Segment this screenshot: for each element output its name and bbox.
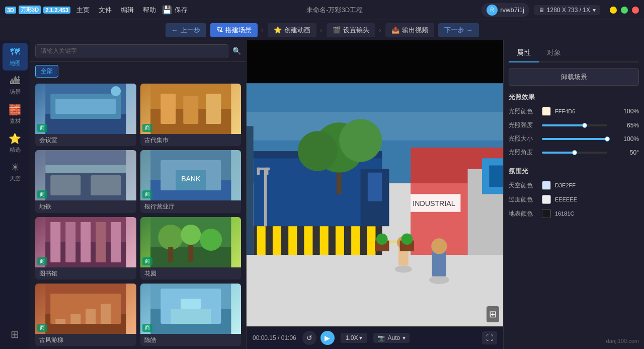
svg-rect-9 <box>206 94 221 124</box>
scene-card-subway[interactable]: 商 地铁 <box>35 150 136 213</box>
close-button[interactable]: × <box>632 7 639 14</box>
time-current: 00:00.15 / 01:06 <box>253 334 296 341</box>
svg-text:BANK: BANK <box>181 175 201 183</box>
scene-badge-5: 商 <box>37 257 47 265</box>
play-button[interactable]: ▶ <box>320 331 335 345</box>
svg-rect-23 <box>65 222 75 262</box>
svg-rect-12 <box>50 175 80 195</box>
svg-point-29 <box>158 225 183 250</box>
svg-rect-37 <box>55 319 65 324</box>
svg-point-31 <box>200 229 222 251</box>
step-set-camera[interactable]: 🎬 设置镜头 <box>327 23 375 37</box>
canvas-viewport[interactable]: INDUSTRIAL ⊞ <box>247 40 503 326</box>
sep2: › <box>320 27 323 34</box>
unload-scene-button[interactable]: 卸载场景 <box>509 68 639 86</box>
search-icon[interactable]: 🔍 <box>232 47 241 55</box>
canvas-area: INDUSTRIAL ⊞ 00:00.15 / 01:06 ↺ ▶ 1.0X ▾… <box>247 40 503 349</box>
sky-color-label: 天空颜色 <box>509 181 538 190</box>
svg-rect-8 <box>183 96 198 124</box>
svg-rect-44 <box>171 309 211 324</box>
minimize-button[interactable]: − <box>610 7 617 14</box>
scene-card-library[interactable]: 商 图书馆 <box>35 217 136 280</box>
sidebar-item-map[interactable]: 🗺 地图 <box>3 43 28 71</box>
sidebar-bottom-btn[interactable]: ⊞ <box>3 320 28 348</box>
svg-rect-40 <box>101 304 111 324</box>
scene-thumb-bank: BANK <box>140 150 242 200</box>
scene-label-3: 地铁 <box>35 200 136 213</box>
speed-dropdown-icon: ▾ <box>359 334 362 341</box>
edit-menu[interactable]: 编辑 <box>121 6 134 15</box>
transition-color-swatch[interactable] <box>542 195 551 204</box>
fullscreen-button[interactable]: ⛶ <box>482 331 497 344</box>
next-step-button[interactable]: 下一步 → <box>438 23 479 37</box>
tab-properties[interactable]: 属性 <box>509 45 539 62</box>
scene-badge-2: 商 <box>142 124 152 132</box>
scene-badge-4: 商 <box>142 190 152 198</box>
scene-panel: 🔍 全部 商 <box>30 40 247 349</box>
scene-icon: 🏙 <box>10 75 20 87</box>
titlebar-nav: 主页 文件 编辑 帮助 <box>76 6 156 15</box>
scene-card-garden[interactable]: 商 花园 <box>140 217 242 280</box>
user-badge[interactable]: R rvwb7i1j <box>481 3 529 17</box>
light-angle-slider[interactable] <box>542 152 607 154</box>
resolution-badge[interactable]: 🖥 1280 X 733 / 1X ▾ <box>534 5 600 15</box>
sidebar-item-sky[interactable]: ☀ 天空 <box>3 158 28 185</box>
light-color-row: 光照颜色 FFF4D6 100% <box>509 107 639 116</box>
help-menu[interactable]: 帮助 <box>143 6 156 15</box>
ground-color-swatch[interactable] <box>542 209 551 218</box>
light-color-swatch[interactable] <box>542 107 551 116</box>
svg-rect-38 <box>70 314 80 324</box>
light-color-label: 光照颜色 <box>509 107 538 116</box>
ambient-section-title: 氛围光 <box>509 167 639 176</box>
scene-card-meeting[interactable]: 商 会议室 <box>35 84 136 146</box>
sidebar-item-featured[interactable]: ⭐ 精选 <box>3 129 28 157</box>
camera-control[interactable]: 📷 Auto ▾ <box>373 333 410 343</box>
maximize-button[interactable]: □ <box>621 7 628 14</box>
sky-color-swatch[interactable] <box>542 181 551 190</box>
scene-badge-7: 商 <box>37 324 47 332</box>
featured-icon: ⭐ <box>9 132 21 145</box>
scene-card-stair[interactable]: 商 古风游梯 <box>35 284 136 346</box>
prev-step-button[interactable]: ← 上一步 <box>166 23 206 37</box>
titlebar-right: R rvwb7i1j 🖥 1280 X 733 / 1X ▾ − □ × <box>481 3 639 17</box>
scene-card-room[interactable]: 商 陈皓 <box>140 284 242 346</box>
scene-card-market[interactable]: 商 古代集市 <box>140 84 242 146</box>
light-angle-value: 50° <box>611 149 639 156</box>
step-output-video[interactable]: 📤 输出视频 <box>385 23 434 37</box>
save-label[interactable]: 保存 <box>175 6 188 15</box>
watermark: danji100.com <box>606 338 639 344</box>
output-icon: 📤 <box>391 26 399 34</box>
scene-badge-3: 商 <box>37 190 47 198</box>
timeline-controls: ↺ ▶ <box>302 331 335 345</box>
sidebar-item-material[interactable]: 🧱 素材 <box>3 100 28 128</box>
filter-all[interactable]: 全部 <box>35 65 58 78</box>
svg-point-30 <box>181 225 201 245</box>
replay-button[interactable]: ↺ <box>302 331 316 345</box>
light-intensity-slider[interactable] <box>542 124 607 126</box>
home-menu[interactable]: 主页 <box>76 6 90 15</box>
speed-control[interactable]: 1.0X ▾ <box>341 333 368 343</box>
camera-value: Auto <box>387 334 400 341</box>
stepbar: ← 上一步 🏗 搭建场景 › ⭐ 创建动画 › 🎬 设置镜头 › 📤 输出视频 … <box>0 20 644 40</box>
light-size-slider[interactable] <box>542 138 607 140</box>
step-build-scene[interactable]: 🏗 搭建场景 <box>210 23 258 37</box>
scene-label-1: 会议室 <box>35 134 136 146</box>
expand-canvas-button[interactable]: ⊞ <box>487 306 499 322</box>
light-intensity-label: 光照强度 <box>509 121 538 129</box>
search-input[interactable] <box>35 44 228 57</box>
resolution-dropdown-icon: ▾ <box>593 7 596 14</box>
scene-thumb-subway <box>35 150 136 200</box>
camera-step-label: 设置镜头 <box>343 26 369 35</box>
scene-thumb-stair <box>35 284 136 334</box>
transition-color-label: 过度颜色 <box>509 195 538 204</box>
scene-badge-8: 商 <box>142 324 152 332</box>
filter-bar: 全部 <box>30 62 246 81</box>
tab-objects[interactable]: 对象 <box>539 45 569 61</box>
scene-card-bank[interactable]: BANK 商 银行营业厅 <box>140 150 242 213</box>
light-color-percent: 100% <box>611 108 639 115</box>
step-create-animation[interactable]: ⭐ 创建动画 <box>268 23 316 37</box>
svg-rect-45 <box>181 299 201 309</box>
app-logo: 3D 万彩3D 2.1.2.453 <box>5 6 70 14</box>
sidebar-item-scene[interactable]: 🏙 场景 <box>3 72 28 99</box>
file-menu[interactable]: 文件 <box>99 6 112 15</box>
